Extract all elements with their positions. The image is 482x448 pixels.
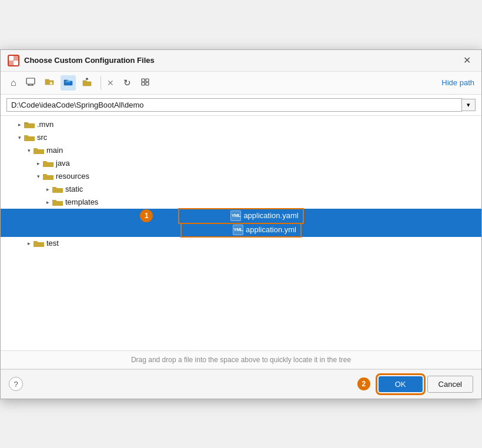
delete-icon: ✕ [107,78,114,88]
item-label-application-yml: application.yml [246,225,296,234]
svg-rect-3 [9,61,14,65]
refresh-button[interactable]: ↻ [120,76,134,90]
svg-rect-1 [9,56,14,61]
yaml-icon-1: YML [230,210,241,221]
expander-static [43,185,52,194]
item-label-templates: templates [65,198,98,206]
home-button[interactable]: ⌂ [8,76,19,90]
remote-icon [140,78,150,88]
expander-mvn [15,120,24,129]
tree-item-src[interactable]: src [1,131,481,144]
close-button[interactable]: ✕ [460,55,474,66]
create-folder-button[interactable] [42,75,57,91]
dialog: Choose Custom Configuration Files ✕ ⌂ [0,49,482,399]
title-bar: Choose Custom Configuration Files ✕ [1,50,481,72]
path-input[interactable] [6,98,462,112]
tree-item-yaml-files[interactable]: 1 YML application.yaml YML application.y… [1,209,481,237]
footer-right: 2 OK Cancel [357,376,473,393]
badge-2: 2 [357,377,370,390]
expander-resources [34,172,43,181]
item-label-main: main [46,146,63,155]
item-label-mvn: .mvn [37,120,53,129]
up-folder-icon [82,78,92,88]
help-button[interactable]: ? [9,377,23,391]
tree-item-mvn[interactable]: .mvn [1,118,481,131]
orange-outline-group: YML application.yml [181,223,301,237]
tree-item-test[interactable]: test [1,237,481,250]
svg-rect-12 [146,79,149,82]
cancel-button[interactable]: Cancel [427,376,473,393]
expander-src [15,133,24,142]
svg-rect-11 [142,79,145,82]
title-bar-left: Choose Custom Configuration Files [8,55,155,66]
yaml-icon-2: YML [233,225,243,235]
folder-create-icon [45,78,54,88]
expander-templates [43,198,52,207]
ok-button[interactable]: OK [379,376,423,392]
item-label-static: static [65,185,83,193]
tree-item-templates[interactable]: templates [1,196,481,209]
svg-rect-5 [26,78,35,84]
tree-item-resources[interactable]: resources [1,170,481,183]
path-dropdown-button[interactable]: ▾ [462,99,476,111]
folder-icon-java [43,158,53,169]
expander-main [24,146,34,155]
footer: ? 2 OK Cancel [1,369,481,399]
folder-icon-mvn [24,119,35,130]
folder-icon-test [34,238,44,249]
desktop-button[interactable] [23,75,38,91]
drag-hint: Drag and drop a file into the space abov… [1,351,481,369]
folder-icon-static [52,184,63,195]
open-folder-button[interactable] [61,75,76,91]
home-icon: ⌂ [11,78,16,88]
svg-rect-13 [142,82,145,85]
item-label-application-yaml: application.yaml [243,211,298,220]
dialog-title: Choose Custom Configuration Files [24,56,155,65]
app-icon [8,55,19,66]
badge-1: 1 [140,209,156,222]
desktop-icon [26,78,35,88]
toolbar: ⌂ [1,72,481,95]
item-label-java: java [56,159,70,168]
up-folder-button[interactable] [79,75,95,91]
expander-java [34,159,43,168]
item-label-test: test [46,239,59,248]
refresh-icon: ↻ [123,78,131,88]
tree-item-main[interactable]: main [1,144,481,157]
hide-path-button[interactable]: Hide path [441,78,474,87]
expander-test [24,239,34,248]
tree-item-java[interactable]: java [1,157,481,170]
folder-icon-resources [43,171,53,182]
svg-rect-14 [146,82,149,85]
svg-rect-4 [14,61,18,65]
folder-icon-templates [52,197,63,208]
toolbar-left: ⌂ [8,75,153,91]
svg-rect-2 [14,56,18,61]
tree-item-static[interactable]: static [1,183,481,196]
remote-button[interactable] [138,75,153,91]
delete-button[interactable]: ✕ [101,76,117,90]
footer-left: ? [9,377,23,391]
item-label-resources: resources [56,172,89,180]
file-tree: .mvn src main [1,116,481,351]
folder-icon-main [34,145,44,156]
folder-icon-src [24,132,35,143]
open-folder-icon [63,78,73,88]
item-label-src: src [37,133,47,142]
path-bar: ▾ [1,95,481,116]
